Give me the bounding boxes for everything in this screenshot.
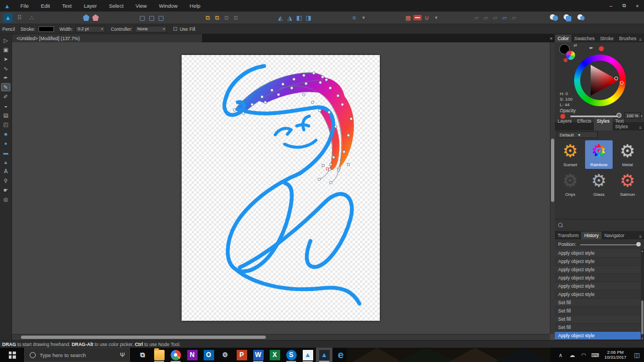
boolean-add-icon[interactable] [549,13,559,23]
alignment-caret-icon[interactable]: ▾ [359,13,368,23]
flip-horizontal-icon[interactable]: ◭ [276,13,285,23]
tab[interactable]: Styles [594,117,612,130]
picked-color-swatch[interactable] [599,46,604,51]
menu-item[interactable]: File [14,3,35,9]
minimize-icon[interactable]: – [604,3,618,9]
affinity-designer-icon[interactable]: ▲ [316,348,332,362]
task-view-icon[interactable]: ⧉ [134,348,151,362]
menu-item[interactable]: Layer [78,3,103,9]
close-icon[interactable]: × [631,3,644,9]
style-sunset[interactable]: ⚙ Sunset [556,140,584,169]
action-center-icon[interactable]: ◫ [630,352,644,359]
history-item[interactable]: Apply object style [555,282,641,290]
chrome-icon[interactable] [167,348,184,362]
affinity-persona-button[interactable]: ▲ [3,13,13,23]
tab[interactable]: Color [555,35,571,42]
tab[interactable]: Layers [555,117,575,130]
controller-dropdown[interactable]: None ▾ [135,26,167,32]
history-item[interactable]: Apply object style [555,332,641,340]
edit-shape-icon[interactable] [91,13,100,23]
history-scroll-thumb[interactable] [641,300,643,334]
vector-crop-tool[interactable]: ◰ [1,120,10,129]
vertical-scroll-thumb[interactable] [551,139,554,202]
onedrive-icon[interactable]: ☁ [566,352,578,358]
boolean-intersect-icon[interactable] [577,13,586,23]
history-item[interactable]: Apply object style [555,257,641,266]
pencil-tool[interactable]: ✎ [1,83,10,91]
document-tab[interactable]: <Untitled> [Modified] (137.7%) [12,34,202,42]
point-transform-tool[interactable]: ∿ [1,64,10,73]
view-tool[interactable]: ☛ [1,186,10,194]
transform-together-icon[interactable]: ⧉ [212,13,222,23]
pixel-preview-toggle[interactable] [413,13,422,23]
touch-keyboard-icon[interactable]: ⌨ [590,352,601,358]
eyedropper-icon[interactable]: ✒ [589,45,593,51]
triangle-selector[interactable] [614,76,618,80]
skype-icon[interactable]: S [283,348,299,362]
tab[interactable]: History [581,232,601,239]
style-salmon[interactable]: ⚙ Salmon [614,170,641,199]
tab-close-icon[interactable]: × [550,34,553,42]
boolean-subtract-icon[interactable] [563,13,572,23]
vector-brush-tool[interactable]: ✐ [1,92,10,101]
restore-icon[interactable]: ⧉ [618,3,631,9]
tab[interactable]: Text Styles [613,117,640,130]
excel-icon[interactable]: X [266,348,283,362]
style-glass[interactable]: ⚙ Glass [585,170,613,199]
grid-icon[interactable]: ▦ [403,13,413,23]
alignment-icon[interactable]: ≡ [350,13,359,23]
menu-item[interactable]: Edit [35,3,56,9]
history-item[interactable]: Apply object style [555,290,641,299]
style-rainbow[interactable]: ⚙ Rainbow [585,140,613,169]
move-forward-icon[interactable]: ◧ [294,13,304,23]
stroke-color-swatch[interactable] [39,26,54,32]
move-backward-icon[interactable]: ◨ [304,13,313,23]
menu-item[interactable]: Text [56,3,78,9]
color-triangle[interactable] [574,54,626,106]
use-fill-checkbox[interactable] [173,27,177,31]
chevron-up-icon[interactable]: ∧ [555,352,566,358]
share-icon[interactable]: ∴ [27,13,36,23]
microphone-icon[interactable]: Ψ [120,352,125,358]
photos-icon[interactable]: ▲ [299,348,316,362]
history-item[interactable]: Set fill [555,323,641,332]
menu-item[interactable]: Select [103,3,129,9]
ellipse-tool[interactable]: ● [1,139,10,147]
canvas-area[interactable] [12,42,550,334]
history-item[interactable]: Apply object style [555,274,641,282]
menu-item[interactable]: Help [184,3,207,9]
tab[interactable]: Transform [555,232,581,239]
onenote-icon[interactable]: N [184,348,200,362]
width-dropdown[interactable]: 0.2 pt ▾ [75,26,105,32]
tab[interactable]: Effects [575,117,594,130]
history-item[interactable]: Set fill [555,307,641,315]
styles-category-dropdown[interactable]: Default ▾ [557,131,598,138]
zoom-tool[interactable]: ◎ [1,195,10,204]
styles-search-bar[interactable] [555,219,644,231]
artboard-tool[interactable]: ▣ [1,46,10,54]
color-wheel[interactable] [574,54,626,106]
history-position-thumb[interactable] [636,242,641,246]
marquee-replace-icon[interactable]: ▢ [138,13,147,23]
history-item[interactable]: Apply object style [555,266,641,274]
file-explorer-icon[interactable] [151,348,167,362]
powerpoint-icon[interactable]: P [233,348,250,362]
history-item[interactable]: Set fill [555,315,641,323]
fill-tool[interactable]: ◒ [1,102,10,110]
artistic-text-tool[interactable]: A [1,167,10,175]
doc-option4-icon[interactable]: ▱ [500,13,509,23]
point-mode-icon[interactable]: ⠿ [15,13,24,23]
marquee-subtract-icon[interactable]: ▢ [156,13,166,23]
outlook-icon[interactable]: O [200,348,217,362]
node-tool[interactable]: ➤ [1,55,10,63]
tab[interactable]: Swatches [571,35,597,42]
rounded-rectangle-tool[interactable]: ▬ [1,149,10,157]
style-metal[interactable]: ⚙ Metal [614,140,641,169]
history-item[interactable]: Apply object style [555,249,641,257]
marquee-add-icon[interactable]: ▢ [147,13,156,23]
panel-menu-icon[interactable]: ≡ [639,125,644,130]
transform-objects-icon[interactable]: ⧉ [203,13,212,23]
hue-selector[interactable] [620,81,624,85]
menu-item[interactable]: View [129,3,152,9]
tab[interactable]: Stroke [597,35,616,42]
